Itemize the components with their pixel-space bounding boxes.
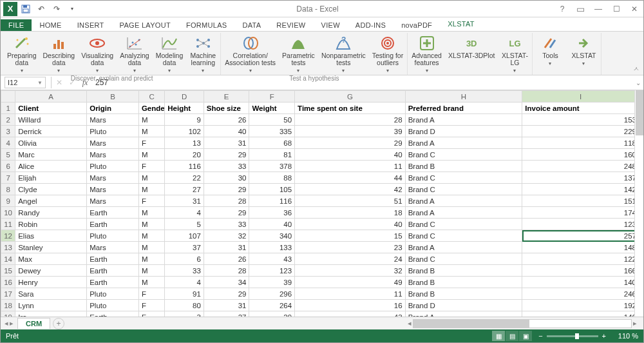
- column-header[interactable]: H: [405, 91, 522, 103]
- cell[interactable]: 50: [249, 114, 295, 126]
- describing-data-button[interactable]: Describing data▾: [42, 34, 77, 75]
- cell[interactable]: Brand A: [405, 195, 522, 207]
- xlstat-3dplot-button[interactable]: 3DXLSTAT-3DPlot: [447, 34, 497, 61]
- cell[interactable]: 146: [522, 311, 639, 317]
- cell[interactable]: 68: [249, 137, 295, 149]
- cell[interactable]: 160: [522, 149, 639, 161]
- row-header[interactable]: 17: [1, 288, 15, 300]
- ribbon-options-button[interactable]: ▭: [571, 1, 589, 17]
- row-header[interactable]: 7: [1, 172, 15, 184]
- row-header[interactable]: 19: [1, 311, 15, 317]
- cell[interactable]: M: [138, 114, 164, 126]
- cell[interactable]: Earth: [87, 207, 139, 219]
- cell[interactable]: 31: [165, 195, 204, 207]
- column-header[interactable]: E: [204, 91, 249, 103]
- cell[interactable]: 27: [165, 184, 204, 195]
- column-header[interactable]: A: [15, 91, 87, 103]
- row-header[interactable]: 16: [1, 277, 15, 288]
- cell[interactable]: 140: [522, 277, 639, 288]
- cell[interactable]: 43: [295, 311, 406, 317]
- cell[interactable]: Weight: [249, 103, 295, 114]
- cell[interactable]: 29: [204, 288, 249, 300]
- cell[interactable]: M: [138, 230, 164, 242]
- row-header[interactable]: 11: [1, 219, 15, 230]
- cell[interactable]: 151: [522, 195, 639, 207]
- row-header[interactable]: 15: [1, 265, 15, 277]
- cell[interactable]: Brand D: [405, 126, 522, 137]
- cell[interactable]: Earth: [87, 311, 139, 317]
- cell[interactable]: Mars: [87, 149, 139, 161]
- cell[interactable]: Pluto: [87, 230, 139, 242]
- column-header[interactable]: F: [249, 91, 295, 103]
- column-header[interactable]: B: [87, 91, 139, 103]
- cell[interactable]: 31: [204, 300, 249, 311]
- cell[interactable]: F: [138, 161, 164, 172]
- cell[interactable]: Brand C: [405, 172, 522, 184]
- row-header[interactable]: 3: [1, 126, 15, 137]
- cell[interactable]: 22: [165, 172, 204, 184]
- cell[interactable]: 11: [295, 161, 406, 172]
- preparing-data-button[interactable]: Preparing data▾: [6, 34, 38, 75]
- cell[interactable]: Brand C: [405, 219, 522, 230]
- cell[interactable]: Robin: [15, 219, 87, 230]
- cell[interactable]: M: [138, 149, 164, 161]
- cell[interactable]: 24: [295, 253, 406, 265]
- cell[interactable]: Height: [165, 103, 204, 114]
- tab-review[interactable]: REVIEW: [269, 19, 313, 31]
- cell[interactable]: Earth: [87, 219, 139, 230]
- cell[interactable]: 3: [165, 311, 204, 317]
- cell[interactable]: 6: [165, 253, 204, 265]
- cell[interactable]: Elias: [15, 230, 87, 242]
- cell[interactable]: M: [138, 172, 164, 184]
- cell[interactable]: Sara: [15, 288, 87, 300]
- cell[interactable]: Clyde: [15, 184, 87, 195]
- cell[interactable]: Pluto: [87, 300, 139, 311]
- cell[interactable]: Pluto: [87, 126, 139, 137]
- cell[interactable]: F: [138, 195, 164, 207]
- cell[interactable]: Mars: [87, 242, 139, 253]
- cell[interactable]: Elijah: [15, 172, 87, 184]
- hscroll-right[interactable]: ▸: [633, 319, 637, 328]
- cell[interactable]: 88: [249, 172, 295, 184]
- cell[interactable]: 27: [204, 311, 249, 317]
- cell[interactable]: 42: [295, 184, 406, 195]
- cell[interactable]: 28: [204, 195, 249, 207]
- cell[interactable]: 9: [165, 114, 204, 126]
- column-header[interactable]: G: [295, 91, 406, 103]
- cell[interactable]: 26: [204, 253, 249, 265]
- page-layout-view-button[interactable]: ▤: [506, 331, 518, 341]
- cell[interactable]: 29: [204, 149, 249, 161]
- cell[interactable]: 40: [295, 219, 406, 230]
- cell[interactable]: 36: [249, 207, 295, 219]
- cell[interactable]: Pluto: [87, 288, 139, 300]
- cell[interactable]: 32: [295, 265, 406, 277]
- cell[interactable]: 44: [295, 172, 406, 184]
- cell[interactable]: Henry: [15, 277, 87, 288]
- tab-formulas[interactable]: FORMULAS: [178, 19, 235, 31]
- outliers-button[interactable]: Testing for outliers▾: [371, 34, 404, 75]
- cell[interactable]: 49: [295, 277, 406, 288]
- normal-view-button[interactable]: ▦: [492, 331, 505, 341]
- tab-novapdf[interactable]: novaPDF: [393, 19, 440, 31]
- zoom-out-button[interactable]: −: [538, 332, 542, 340]
- page-break-view-button[interactable]: ▣: [519, 331, 532, 341]
- cell[interactable]: F: [138, 311, 164, 317]
- cell[interactable]: 13: [165, 137, 204, 149]
- cell[interactable]: Angel: [15, 195, 87, 207]
- cell[interactable]: 192: [522, 300, 639, 311]
- tab-insert[interactable]: INSERT: [70, 19, 112, 31]
- cell[interactable]: Max: [15, 253, 87, 265]
- tab-view[interactable]: VIEW: [314, 19, 348, 31]
- row-header[interactable]: 6: [1, 161, 15, 172]
- tab-xlstat[interactable]: XLSTAT: [440, 18, 482, 31]
- cell[interactable]: 18: [295, 207, 406, 219]
- cell[interactable]: 105: [249, 184, 295, 195]
- cell[interactable]: 296: [249, 288, 295, 300]
- cell[interactable]: 118: [522, 137, 639, 149]
- cell[interactable]: Brand B: [405, 161, 522, 172]
- cell[interactable]: 123: [522, 219, 639, 230]
- tab-addins[interactable]: ADD-INS: [348, 19, 393, 31]
- cell[interactable]: M: [138, 207, 164, 219]
- expand-formula-bar-button[interactable]: ⌄: [633, 79, 643, 86]
- cell[interactable]: 107: [165, 230, 204, 242]
